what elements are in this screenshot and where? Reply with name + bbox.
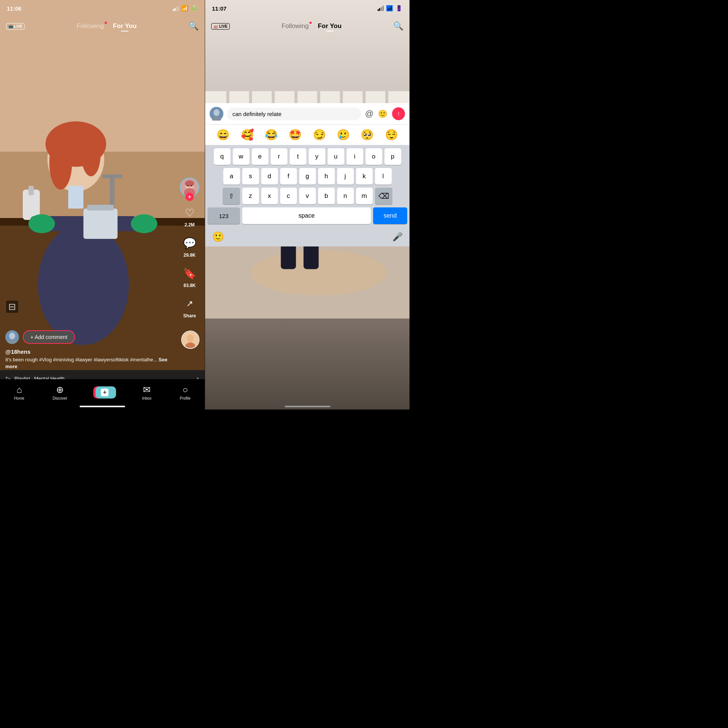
tab-following-left[interactable]: Following [77, 22, 104, 30]
svg-point-11 [49, 136, 72, 190]
add-comment-button[interactable]: + Add comment [23, 330, 75, 344]
emoji-relieved[interactable]: 😌 [385, 129, 398, 141]
share-label-left: Share [183, 313, 196, 318]
side-actions-left: + ♡ 2.2M 💬 29.8K 🔖 83.8K ↗ Share [180, 177, 199, 318]
send-button[interactable]: ↑ [392, 107, 405, 120]
see-more-left[interactable]: See more [5, 357, 167, 369]
profile-label: Profile [180, 396, 190, 400]
tab-for-you-right[interactable]: For You [318, 22, 342, 30]
creator-avatar-left[interactable]: + [180, 177, 199, 197]
key-shift[interactable]: ⇧ [223, 188, 240, 204]
nav-tabs-right[interactable]: Following For You [281, 22, 341, 30]
key-q[interactable]: q [214, 148, 231, 165]
emoji-smirk[interactable]: 😏 [313, 129, 326, 141]
search-button-left[interactable]: 🔍 [188, 21, 199, 31]
emoji-row: 😄 🥰 😂 🤩 😏 🥲 🥺 😌 [205, 125, 410, 145]
svg-point-29 [9, 333, 15, 339]
send-arrow-icon: ↑ [397, 110, 400, 117]
key-p[interactable]: p [384, 148, 401, 165]
comment-text-input[interactable]: can definitely relate [227, 108, 361, 120]
search-button-right[interactable]: 🔍 [393, 21, 403, 31]
key-t[interactable]: t [290, 148, 306, 165]
emoji-laugh[interactable]: 😂 [265, 129, 278, 141]
key-m[interactable]: m [356, 188, 373, 204]
home-label: Home [14, 396, 24, 400]
emoji-picker-button[interactable]: 🙂 [378, 109, 388, 118]
share-icon-left: ↗ [182, 296, 198, 312]
nav-tabs-left[interactable]: Following For You [77, 22, 136, 30]
key-e[interactable]: e [252, 148, 268, 165]
key-num[interactable]: 123 [207, 207, 240, 224]
nav-create[interactable]: + [96, 386, 114, 399]
emoji-tear[interactable]: 🥲 [337, 129, 350, 141]
home-icon: ⌂ [16, 384, 22, 395]
svg-point-23 [187, 185, 188, 187]
create-button[interactable]: + [96, 386, 114, 399]
key-h[interactable]: h [318, 168, 335, 185]
top-nav-right: 📺 LIVE Following For You 🔍 [205, 17, 410, 36]
svg-rect-7 [28, 186, 34, 195]
cc-icon-left[interactable]: ⊟ [6, 301, 18, 313]
nav-profile[interactable]: ○ Profile [180, 384, 190, 400]
key-b[interactable]: b [318, 188, 335, 204]
create-plus-icon: + [101, 389, 108, 396]
keyboard-bottom-bar: 🙂 🎤 [205, 229, 410, 246]
key-k[interactable]: k [356, 168, 373, 185]
share-action-left[interactable]: ↗ Share [182, 296, 198, 318]
key-s[interactable]: s [242, 168, 259, 185]
time-right: 11:07 [212, 5, 226, 12]
key-y[interactable]: y [309, 148, 325, 165]
key-r[interactable]: r [271, 148, 287, 165]
tab-following-right[interactable]: Following [281, 22, 309, 30]
bookmark-action-left[interactable]: 🔖 83.8K [182, 265, 198, 288]
comment-text-value: can definitely relate [232, 111, 281, 117]
key-space[interactable]: space [242, 207, 371, 224]
key-send[interactable]: send [373, 207, 407, 224]
tab-for-you-left[interactable]: For You [113, 22, 137, 30]
svg-point-56 [213, 109, 220, 116]
bookmark-icon-left: 🔖 [182, 265, 198, 281]
key-u[interactable]: u [328, 148, 344, 165]
live-badge-left: 📺 LIVE [6, 23, 25, 30]
romantic-avatar-left[interactable] [181, 331, 199, 349]
nav-discover[interactable]: ⊕ Discover [53, 384, 67, 400]
svg-rect-17 [83, 209, 118, 239]
mention-button[interactable]: @ [365, 109, 373, 119]
nav-home[interactable]: ⌂ Home [14, 384, 24, 400]
username-left[interactable]: @18hens [5, 348, 178, 355]
commenter-avatar [210, 107, 223, 121]
bottom-nav-left: ⌂ Home ⊕ Discover + ✉ Inbox ○ Profile [0, 379, 205, 410]
emoji-love[interactable]: 🥰 [241, 129, 254, 141]
status-icons-right: 📶 🔋 [378, 5, 403, 12]
key-z[interactable]: z [242, 188, 259, 204]
key-g[interactable]: g [299, 168, 316, 185]
key-backspace[interactable]: ⌫ [375, 188, 392, 204]
key-n[interactable]: n [337, 188, 354, 204]
comment-bar-left: + Add comment [5, 330, 178, 344]
comment-action-left[interactable]: 💬 29.8K [182, 235, 198, 258]
key-x[interactable]: x [261, 188, 278, 204]
nav-inbox[interactable]: ✉ Inbox [142, 384, 151, 400]
key-w[interactable]: w [233, 148, 249, 165]
keyboard-mic-button[interactable]: 🎤 [392, 232, 403, 242]
user-avatar-comment-left [5, 330, 19, 344]
kb-row-4: 123 space send [207, 207, 407, 224]
emoji-pleading[interactable]: 🥺 [361, 129, 374, 141]
key-v[interactable]: v [299, 188, 316, 204]
key-j[interactable]: j [337, 168, 354, 185]
key-i[interactable]: i [347, 148, 363, 165]
svg-rect-18 [87, 205, 114, 210]
emoji-star[interactable]: 🤩 [289, 129, 302, 141]
signal-icon-right [378, 6, 384, 11]
key-a[interactable]: a [223, 168, 240, 185]
follow-button-left[interactable]: + [185, 193, 194, 201]
key-c[interactable]: c [280, 188, 297, 204]
key-d[interactable]: d [261, 168, 278, 185]
keyboard-emoji-button[interactable]: 🙂 [212, 231, 224, 243]
emoji-grin[interactable]: 😄 [217, 129, 230, 141]
key-o[interactable]: o [366, 148, 382, 165]
svg-point-26 [187, 334, 194, 342]
key-f[interactable]: f [280, 168, 297, 185]
like-action-left[interactable]: ♡ 2.2M [182, 205, 198, 228]
key-l[interactable]: l [375, 168, 392, 185]
